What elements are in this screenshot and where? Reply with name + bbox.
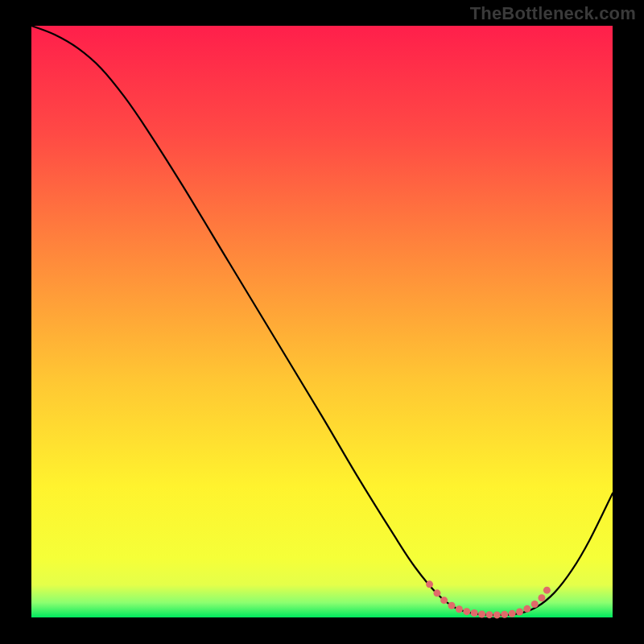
highlight-dot (493, 611, 501, 618)
highlight-dot (471, 609, 478, 617)
highlight-dot (538, 594, 545, 601)
highlight-dot (516, 609, 523, 616)
highlight-dot (523, 605, 530, 613)
chart-frame: { "watermark": "TheBottleneck.com", "cha… (0, 0, 644, 644)
highlight-dot (448, 602, 456, 609)
highlight-dot (509, 610, 516, 617)
highlight-dot (463, 608, 470, 615)
highlight-dot (543, 587, 551, 594)
highlight-dot (440, 597, 448, 604)
highlight-dot (456, 605, 463, 613)
highlight-dot (531, 601, 539, 608)
plot-background (31, 26, 613, 617)
highlight-dot (426, 580, 433, 588)
highlight-dot (485, 611, 493, 618)
bottleneck-chart (0, 0, 644, 644)
highlight-dot (501, 611, 508, 618)
highlight-dot (433, 589, 440, 597)
highlight-dot (478, 610, 485, 617)
